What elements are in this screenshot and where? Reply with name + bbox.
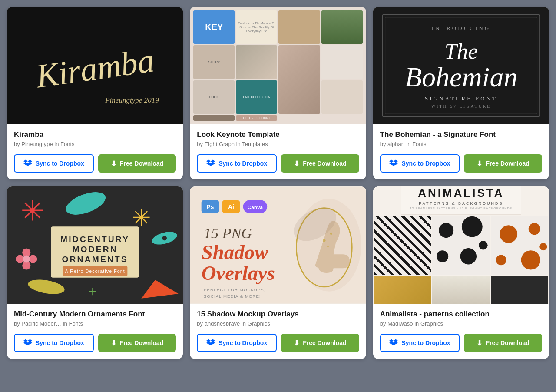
card-midcentury-title: Mid-Century Modern Ornaments Font [14, 310, 176, 319]
svg-point-64 [323, 239, 325, 242]
animalista-brand-title: ANIMALISTA [410, 186, 513, 200]
card-keynote-body: Look Keynote Template by Eight Graph in … [190, 124, 366, 179]
bohemian-download-button[interactable]: ⬇ Free Download [464, 154, 542, 173]
animalista-download-button[interactable]: ⬇ Free Download [464, 334, 542, 352]
bohemian-dropbox-button[interactable]: Sync to Dropbox [380, 154, 460, 173]
card-shadow-title: 15 Shadow Mockup Overlays [197, 310, 359, 319]
svg-point-87 [437, 250, 448, 262]
svg-point-66 [327, 246, 329, 247]
svg-point-88 [460, 248, 477, 265]
svg-point-91 [500, 225, 517, 243]
svg-point-65 [330, 233, 332, 235]
card-midcentury-image: MIDCENTURY MODERN ORNAMENTS A Retro Deco… [7, 186, 183, 304]
card-kiramba-image: Kiramba Pineungtype 2019 [7, 7, 183, 124]
dropbox-icon [389, 159, 398, 167]
card-shadow-body: 15 Shadow Mockup Overlays by andshesbrav… [190, 304, 366, 359]
card-bohemian-actions: Sync to Dropbox ⬇ Free Download [380, 154, 542, 173]
animalista-subtitle: PATTERNS & BACKGROUNDS [410, 201, 513, 206]
svg-text:The: The [444, 39, 478, 63]
svg-point-92 [528, 223, 540, 235]
svg-point-93 [496, 255, 506, 266]
pattern-stripe [374, 216, 431, 275]
animalista-dropbox-button[interactable]: Sync to Dropbox [380, 334, 460, 352]
svg-point-31 [30, 208, 35, 213]
card-bohemian-image: INTRODUCING The Bohemian SIGNATURE FONT … [373, 7, 549, 124]
kn-dark1 [193, 115, 235, 121]
kn-fall: FALL COLLECTION [236, 80, 277, 114]
dropbox-icon [23, 159, 32, 167]
svg-text:INTRODUCING: INTRODUCING [431, 25, 490, 31]
card-kiramba-body: Kiramba by Pineungtype in Fonts Sync to … [7, 124, 183, 179]
kn-look-cell: LOOK [193, 80, 235, 114]
card-bohemian-title: The Bohemian - a Signature Font [380, 130, 542, 139]
shadow-dropbox-button[interactable]: Sync to Dropbox [197, 334, 277, 352]
kn-portrait [278, 45, 320, 114]
svg-text:Overlays: Overlays [202, 262, 275, 284]
card-animalista-actions: Sync to Dropbox ⬇ Free Download [380, 334, 542, 352]
keynote-download-button[interactable]: ⬇ Free Download [281, 154, 359, 173]
card-animalista-image: ANIMALISTA PATTERNS & BACKGROUNDS 12 SEA… [373, 186, 549, 304]
animalista-header: ANIMALISTA PATTERNS & BACKGROUNDS 12 SEA… [401, 186, 521, 215]
pattern-mixed [432, 276, 490, 304]
product-grid: Kiramba Pineungtype 2019 Kiramba by Pine… [7, 7, 549, 359]
kn-green1 [321, 10, 363, 44]
kn-light2 [321, 80, 363, 114]
keynote-dropbox-button[interactable]: Sync to Dropbox [197, 154, 277, 173]
svg-text:WITH 57 LIGATURE: WITH 57 LIGATURE [431, 104, 491, 109]
download-arrow-icon: ⬇ [111, 159, 116, 168]
svg-text:Ai: Ai [228, 203, 234, 210]
download-arrow-icon: ⬇ [294, 339, 299, 347]
card-animalista-body: Animalista - patterns collection by Madi… [373, 304, 549, 359]
midcentury-dropbox-button[interactable]: Sync to Dropbox [14, 334, 94, 352]
card-animalista-title: Animalista - patterns collection [380, 310, 542, 319]
download-arrow-icon: ⬇ [477, 159, 482, 168]
card-midcentury-actions: Sync to Dropbox ⬇ Free Download [14, 334, 176, 352]
dropbox-icon [206, 159, 215, 167]
card-bohemian: INTRODUCING The Bohemian SIGNATURE FONT … [373, 7, 549, 179]
card-bohemian-meta: by alphart in Fonts [380, 141, 542, 147]
card-shadow-meta: by andshesbrave in Graphics [197, 320, 359, 327]
kn-story: STORY [193, 45, 235, 79]
card-keynote-title: Look Keynote Template [197, 130, 359, 139]
kn-text1: Fashion is The Armor To Survive The Real… [236, 10, 277, 44]
kn-photo1 [236, 45, 277, 79]
shadow-download-button[interactable]: ⬇ Free Download [281, 334, 359, 352]
card-kiramba: Kiramba Pineungtype 2019 Kiramba by Pine… [7, 7, 183, 179]
card-keynote-meta: by Eight Graph in Templates [197, 141, 359, 147]
svg-rect-90 [491, 216, 548, 275]
card-midcentury: MIDCENTURY MODERN ORNAMENTS A Retro Deco… [7, 186, 183, 359]
dropbox-icon [23, 339, 32, 347]
kn-key: KEY [193, 10, 235, 44]
dropbox-icon [389, 339, 398, 347]
card-midcentury-meta: by Pacific Moder… in Fonts [14, 320, 176, 327]
svg-text:PERFECT FOR MOCKUPS,: PERFECT FOR MOCKUPS, [204, 287, 266, 292]
kiramba-download-button[interactable]: ⬇ Free Download [98, 154, 176, 173]
download-arrow-icon: ⬇ [111, 339, 116, 347]
midcentury-download-button[interactable]: ⬇ Free Download [98, 334, 176, 352]
svg-text:Shadow: Shadow [202, 241, 269, 263]
pattern-spot [432, 216, 490, 275]
svg-point-37 [139, 216, 143, 219]
svg-text:Bohemian: Bohemian [405, 62, 518, 93]
card-keynote-image: KEY Fashion is The Armor To Survive The … [190, 7, 366, 124]
kn-light1 [321, 45, 363, 79]
card-kiramba-actions: Sync to Dropbox ⬇ Free Download [14, 154, 176, 173]
card-shadow-image: Ps Ai Canva 15 PNG Shadow Overlays PERFE… [190, 186, 366, 304]
card-kiramba-meta: by Pineungtype in Fonts [14, 141, 176, 147]
download-arrow-icon: ⬇ [477, 339, 482, 347]
svg-text:Ps: Ps [207, 203, 214, 210]
svg-text:ORNAMENTS: ORNAMENTS [62, 255, 128, 264]
svg-point-95 [539, 243, 547, 250]
download-arrow-icon: ⬇ [294, 159, 299, 168]
kn-offer: OFFER DISCOUNT [236, 115, 277, 121]
svg-point-48 [23, 255, 30, 262]
kiramba-dropbox-button[interactable]: Sync to Dropbox [14, 154, 94, 173]
card-bohemian-body: The Bohemian - a Signature Font by alpha… [373, 124, 549, 179]
animalista-detail: 12 SEAMLESS PATTERNS · 12 ELEGANT BACKGR… [410, 207, 513, 210]
dropbox-icon [206, 339, 215, 347]
card-animalista-meta: by Madiwaso in Graphics [380, 320, 542, 327]
svg-text:Pineungtype 2019: Pineungtype 2019 [105, 96, 159, 104]
card-animalista: ANIMALISTA PATTERNS & BACKGROUNDS 12 SEA… [373, 186, 549, 359]
card-shadow: Ps Ai Canva 15 PNG Shadow Overlays PERFE… [190, 186, 366, 359]
svg-point-50 [162, 236, 167, 241]
